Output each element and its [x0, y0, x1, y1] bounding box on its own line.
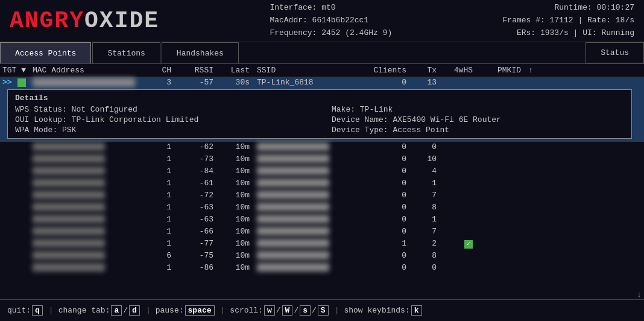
row-ch: 1: [135, 167, 171, 176]
device-name: Device Name: AXE5400 Wi-Fi 6E Router: [332, 115, 624, 124]
app-logo: ANGRYOXIDE: [10, 10, 159, 33]
changetab-key-d[interactable]: d: [129, 305, 140, 316]
table-row[interactable]: 1 -86 10m 0 0: [0, 262, 644, 275]
row-mac: [33, 215, 135, 224]
selected-ssid: TP-Link_6818: [250, 78, 358, 87]
row-last: 10m: [213, 191, 250, 200]
row-ch: 1: [135, 227, 171, 236]
row-last: 10m: [213, 179, 250, 188]
row-rssi: -75: [171, 251, 213, 260]
tab-bar: Access Points Stations Handshakes Status: [0, 42, 644, 64]
row-mac: [33, 154, 135, 164]
selected-indicator: >>: [2, 78, 33, 87]
row-last: 10m: [213, 154, 250, 164]
row-ch: 1: [135, 142, 171, 151]
status-bar: quit: q | change tab: a / d | pause: spa…: [0, 299, 644, 321]
row-tx: 7: [406, 191, 437, 200]
row-ch: 6: [135, 251, 171, 260]
col-4whs: 4wHS: [437, 66, 473, 75]
scroll-label: scroll:: [230, 306, 263, 315]
row-ch: 1: [135, 239, 171, 248]
table-row[interactable]: 1 -73 10m 0 10: [0, 154, 644, 166]
device-type: Device Type: Access Point: [332, 126, 624, 135]
tab-spacer: [240, 42, 586, 63]
row-tgt: [2, 154, 33, 164]
row-mac: [33, 239, 135, 248]
keybinds-key[interactable]: k: [411, 305, 422, 316]
row-rssi: -63: [171, 203, 213, 212]
row-last: 10m: [213, 167, 250, 176]
table-row[interactable]: 1 -77 10m 1 2 ✓: [0, 238, 644, 250]
table-row[interactable]: 1 -61 10m 0 1: [0, 178, 644, 190]
row-tx: 4: [406, 167, 437, 176]
table-row-selected[interactable]: >> ██████████████ 3 -57 30s TP-Link_6818…: [0, 77, 644, 142]
header-info: Interface: mt0 MacAddr: 6614b6b22cc1 Fre…: [270, 2, 392, 39]
table-row[interactable]: 6 -75 10m 0 8: [0, 250, 644, 262]
scroll-key-S[interactable]: S: [318, 305, 329, 316]
quit-key[interactable]: q: [32, 305, 43, 316]
row-mac: [33, 167, 135, 176]
wpa-mode: WPA Mode: PSK: [15, 126, 308, 135]
col-rssi: RSSI: [171, 66, 213, 75]
table-body: 1 -62 10m 0 0 1 -73 10m 0 10 1 -84 1: [0, 142, 644, 275]
selected-ch: 3: [135, 78, 171, 87]
table-row-main: >> ██████████████ 3 -57 30s TP-Link_6818…: [2, 78, 642, 87]
oui-lookup: OUI Lookup: TP-Link Corporation Limited: [15, 115, 308, 124]
logo-angry: ANGRY: [10, 8, 84, 34]
scroll-key-W[interactable]: W: [282, 305, 293, 316]
row-rssi: -73: [171, 154, 213, 164]
row-ssid: [250, 154, 358, 164]
table-area: TGT ▼ MAC Address CH RSSI Last SSID Clie…: [0, 64, 644, 299]
row-ssid: [250, 203, 358, 212]
tab-access-points[interactable]: Access Points: [0, 42, 91, 63]
keybinds-label: show keybinds:: [344, 306, 409, 315]
selected-last: 30s: [213, 78, 250, 87]
row-clients: 1: [358, 239, 406, 248]
changetab-key-a[interactable]: a: [111, 305, 122, 316]
tab-handshakes[interactable]: Handshakes: [162, 42, 239, 63]
row-rssi: -66: [171, 227, 213, 236]
app-header: ANGRYOXIDE Interface: mt0 MacAddr: 6614b…: [0, 0, 644, 42]
row-mac: [33, 227, 135, 236]
row-4whs: ✓: [437, 239, 473, 249]
row-tgt: [2, 167, 33, 176]
table-header: TGT ▼ MAC Address CH RSSI Last SSID Clie…: [0, 64, 644, 77]
row-ssid: [250, 227, 358, 236]
frames-label: Frames #: 17112 | Rate: 18/s: [503, 14, 634, 27]
table-row[interactable]: 1 -63 10m 0 1: [0, 214, 644, 226]
col-pmkid: PMKID: [473, 66, 521, 75]
logo-oxide: OXIDE: [84, 8, 159, 34]
row-tgt: [2, 142, 33, 151]
row-ch: 1: [135, 263, 171, 272]
row-tx: 1: [406, 215, 437, 224]
row-ssid: [250, 142, 358, 151]
row-ch: 1: [135, 179, 171, 188]
row-rssi: -62: [171, 142, 213, 151]
table-row[interactable]: 1 -84 10m 0 4: [0, 166, 644, 178]
pause-key[interactable]: space: [185, 305, 215, 316]
frequency-label: Frequency: 2452 (2.4GHz 9): [270, 27, 392, 40]
tab-status[interactable]: Status: [586, 42, 644, 63]
row-last: 10m: [213, 239, 250, 248]
selected-tx: 13: [406, 78, 437, 87]
col-tgt: TGT ▼: [2, 66, 33, 75]
row-tgt: [2, 203, 33, 212]
runtime-label: Runtime: 00:10:27: [503, 2, 634, 14]
row-tgt: [2, 179, 33, 188]
table-row[interactable]: 1 -62 10m 0 0: [0, 142, 644, 154]
row-ssid: [250, 239, 358, 248]
tab-stations[interactable]: Stations: [92, 42, 160, 63]
col-last: Last: [213, 66, 250, 75]
row-clients: 0: [358, 154, 406, 164]
row-tx: 8: [406, 203, 437, 212]
table-row[interactable]: 1 -63 10m 0 8: [0, 202, 644, 214]
table-row[interactable]: 1 -66 10m 0 7: [0, 226, 644, 238]
scroll-key-w[interactable]: w: [264, 305, 275, 316]
table-row[interactable]: 1 -72 10m 0 7: [0, 190, 644, 202]
row-mac: [33, 203, 135, 212]
4whs-check: ✓: [464, 240, 473, 249]
row-tx: 7: [406, 227, 437, 236]
row-rssi: -77: [171, 239, 213, 248]
row-tx: 10: [406, 154, 437, 164]
scroll-key-s[interactable]: s: [300, 305, 311, 316]
